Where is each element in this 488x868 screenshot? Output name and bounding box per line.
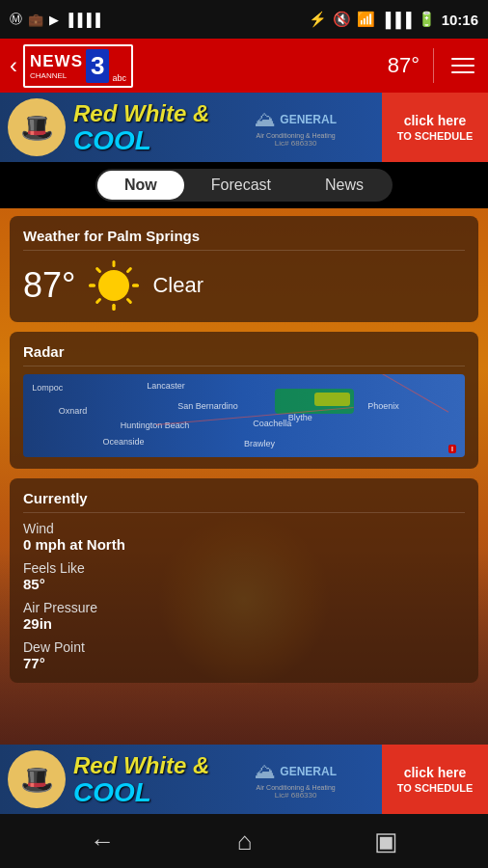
signal-bars-icon: ▐▐▐▐: [65, 13, 100, 27]
logo-network: abc: [112, 73, 126, 83]
logo-number: 3: [86, 49, 109, 83]
radar-marker: I: [448, 445, 456, 453]
ad-brand-text: Red White &: [73, 100, 209, 127]
battery-icon: 🔋: [418, 11, 436, 28]
currently-feels-label: Feels Like 85°: [23, 560, 465, 592]
radar-label-oceanside: Oceanside: [102, 437, 144, 447]
radar-card-title: Radar: [23, 343, 465, 366]
menu-line-2: [451, 65, 474, 67]
currently-pressure-label: Air Pressure 29in: [23, 600, 465, 632]
svg-rect-4: [126, 267, 133, 274]
tab-forecast[interactable]: Forecast: [184, 171, 298, 200]
signal-strength-icon: ▐▐▐: [381, 12, 412, 28]
status-left-icons: Ⓜ 💼 ▶ ▐▐▐▐: [10, 11, 100, 28]
bottom-ad-banner[interactable]: 🎩 Red White & COOL ⛰ GENERAL Air Conditi…: [0, 745, 488, 814]
svg-rect-10: [95, 267, 102, 274]
currently-dewpoint-label: Dew Point 77°: [23, 639, 465, 671]
bottom-ad-general-info: ⛰ GENERAL Air Conditioning & Heating Lic…: [249, 759, 342, 800]
ad-mascot-icon: 🎩: [8, 98, 66, 156]
ad-company-name: GENERAL: [280, 113, 337, 126]
currently-wind-label: Wind 0 mph at North: [23, 521, 465, 553]
mute-icon: 🔇: [333, 11, 351, 28]
radar-map-inner: Lompoc Lancaster Oxnard San Bernardino H…: [23, 374, 465, 457]
motorola-icon: Ⓜ: [10, 11, 22, 28]
back-button[interactable]: ←: [90, 827, 115, 856]
bottom-ad-brand-text: Red White &: [73, 752, 209, 779]
bottom-ad-phone: Lic# 686330: [275, 791, 317, 800]
svg-rect-7: [113, 304, 116, 311]
weather-condition: Clear: [152, 273, 203, 298]
logo-news: NEWS: [30, 52, 83, 71]
svg-rect-5: [132, 285, 139, 287]
status-bar: Ⓜ 💼 ▶ ▐▐▐▐ ⚡ 🔇 📶 ▐▐▐ 🔋 10:16: [0, 0, 488, 39]
ad-left: 🎩 Red White & COOL: [0, 98, 209, 156]
bottom-ad-left: 🎩 Red White & COOL: [0, 750, 209, 808]
radar-map[interactable]: Lompoc Lancaster Oxnard San Bernardino H…: [23, 374, 465, 457]
radar-label-brawley: Brawley: [244, 439, 275, 448]
air-pressure-value: 29in: [23, 615, 465, 632]
svg-rect-8: [95, 297, 102, 304]
bottom-ad-text: Red White & COOL: [73, 752, 209, 806]
dew-point-value: 77°: [23, 655, 465, 671]
home-button[interactable]: ⌂: [237, 827, 253, 856]
currently-card-title: Currently: [23, 490, 465, 513]
bottom-ad-cta-line2: TO SCHEDULE: [397, 781, 474, 795]
nav-right: 87°: [388, 48, 478, 83]
logo-area: ‹ NEWS CHANNEL 3 abc: [10, 44, 133, 88]
radar-label-coachella: Coachella: [253, 419, 291, 428]
menu-line-3: [451, 71, 474, 73]
wind-value: 0 mph at North: [23, 536, 465, 553]
tab-container: Now Forecast News: [95, 169, 393, 202]
svg-rect-9: [89, 285, 95, 287]
time-display: 10:16: [442, 12, 478, 28]
sun-weather-icon: [89, 260, 139, 311]
air-pressure-label: Air Pressure: [23, 600, 465, 615]
nav-bar: ‹ NEWS CHANNEL 3 abc 87°: [0, 39, 488, 93]
feels-like-value: 85°: [23, 576, 465, 592]
ad-text: Red White & COOL: [73, 100, 209, 154]
radar-label-lompoc: Lompoc: [32, 383, 63, 393]
radar-label-san-bernardino: San Bernardino: [177, 401, 238, 411]
weather-temperature: 87°: [23, 265, 75, 306]
wind-label: Wind: [23, 521, 465, 536]
play-icon: ▶: [49, 13, 59, 27]
radar-label-oxnard: Oxnard: [59, 406, 88, 416]
status-right-icons: ⚡ 🔇 📶 ▐▐▐ 🔋 10:16: [309, 11, 478, 28]
ad-cta-button[interactable]: click here TO SCHEDULE: [382, 93, 488, 162]
weather-card-title: Weather for Palm Springs: [23, 228, 465, 251]
logo-channel: CHANNEL: [30, 71, 67, 80]
top-ad-banner[interactable]: 🎩 Red White & COOL ⛰ GENERAL Air Conditi…: [0, 93, 488, 162]
tab-bar: Now Forecast News: [0, 162, 488, 208]
back-nav-icon[interactable]: ‹: [10, 52, 17, 79]
bottom-ad-company-name: GENERAL: [280, 765, 337, 778]
tab-now[interactable]: Now: [97, 171, 184, 200]
ad-general-info: ⛰ GENERAL Air Conditioning & Heating Lic…: [249, 107, 342, 148]
tab-news[interactable]: News: [298, 171, 391, 200]
main-content: Weather for Palm Springs 87°: [0, 208, 488, 745]
bag-icon: 💼: [28, 13, 43, 27]
bottom-ad-company-sub: Air Conditioning & Heating: [257, 784, 336, 791]
recent-apps-button[interactable]: ▣: [374, 827, 398, 856]
weather-card: Weather for Palm Springs 87°: [10, 216, 478, 322]
bottom-ad-cta-line1: click here: [404, 764, 467, 781]
bluetooth-icon: ⚡: [309, 11, 327, 28]
bottom-ad-mascot-icon: 🎩: [8, 750, 66, 808]
radar-label-blythe: Blythe: [288, 413, 312, 422]
radar-label-phoenix: Phoenix: [367, 401, 399, 411]
bottom-nav: ← ⌂ ▣: [0, 814, 488, 868]
bottom-ad-cta-button[interactable]: click here TO SCHEDULE: [382, 745, 488, 814]
ad-phone: Lic# 686330: [275, 139, 317, 148]
wifi-icon: 📶: [357, 11, 375, 28]
ad-cool-text: COOL: [73, 127, 209, 154]
nav-temperature: 87°: [388, 53, 420, 78]
radar-card: Radar Lompoc Lancaster Oxnard San Bernar…: [10, 332, 478, 469]
svg-rect-6: [126, 297, 133, 304]
ad-cta-line1: click here: [404, 112, 467, 129]
ad-company-sub: Air Conditioning & Heating: [257, 132, 336, 139]
menu-button[interactable]: [447, 54, 478, 77]
weather-row: 87°: [23, 255, 465, 311]
dew-point-label: Dew Point: [23, 639, 465, 655]
svg-rect-0: [113, 260, 116, 267]
feels-like-label: Feels Like: [23, 560, 465, 576]
radar-precip-yellow: [314, 393, 350, 406]
